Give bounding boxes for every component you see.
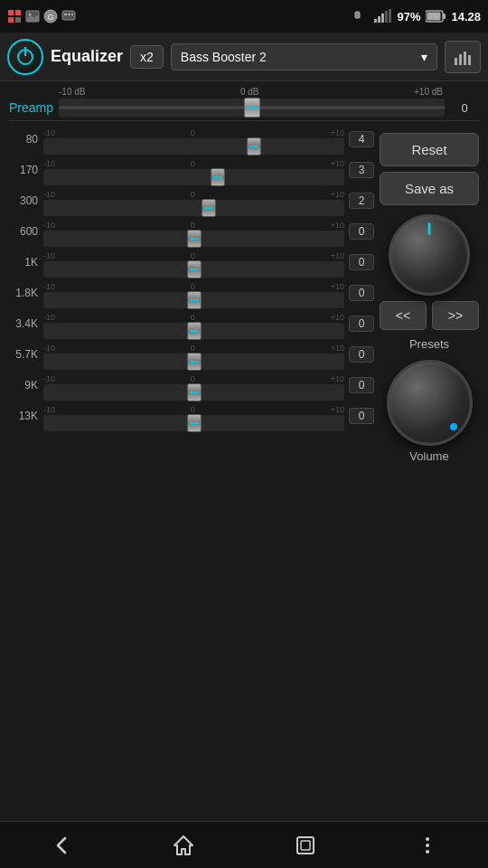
more-icon xyxy=(415,833,440,858)
band-slider-57k[interactable]: -100+10 xyxy=(43,339,344,370)
app-title: Equalizer xyxy=(51,47,123,66)
band-row-9k: 9K -100+10 0 xyxy=(9,370,374,401)
save-as-button[interactable]: Save as xyxy=(380,172,479,205)
preamp-markers: -10 dB 0 dB +10 dB xyxy=(9,87,479,99)
svg-text:G: G xyxy=(47,13,53,22)
svg-rect-17 xyxy=(389,9,391,23)
circle-app-icon: G xyxy=(43,9,58,24)
band-freq-170: 170 xyxy=(9,164,43,176)
preset-selector[interactable]: Bass Booster 2 ▾ xyxy=(171,43,437,71)
band-slider-13k[interactable]: -100+10 xyxy=(43,401,344,431)
band-thumb-300[interactable] xyxy=(202,199,216,217)
band-thumb-1k[interactable] xyxy=(187,260,202,278)
band-freq-18k: 1.8K xyxy=(9,287,43,299)
band-row-13k: 13K -100+10 0 xyxy=(9,401,374,431)
presets-knob-container xyxy=(380,214,479,296)
band-track-13k[interactable] xyxy=(43,415,344,431)
band-row-34k: 3.4K -100+10 0 xyxy=(9,308,374,339)
more-options-button[interactable] xyxy=(400,826,455,865)
preamp-value: 0 xyxy=(450,101,479,115)
band-track-300[interactable] xyxy=(43,200,344,216)
knob-indicator-icon xyxy=(428,222,431,235)
image-icon xyxy=(25,9,40,24)
band-value-80: 4 xyxy=(349,131,374,147)
svg-point-30 xyxy=(426,850,429,854)
menu-icon xyxy=(7,9,22,24)
band-freq-13k: 13K xyxy=(9,410,43,422)
svg-rect-16 xyxy=(385,11,388,23)
band-markers-34k: -100+10 xyxy=(43,313,344,322)
band-slider-34k[interactable]: -100+10 xyxy=(43,308,344,339)
band-track-34k[interactable] xyxy=(43,323,344,339)
band-row-170: 170 -100+10 3 xyxy=(9,155,374,185)
svg-rect-2 xyxy=(8,17,14,23)
x2-button[interactable]: x2 xyxy=(130,45,164,69)
status-right: 97% 14.28 xyxy=(353,9,481,24)
band-value-13k: 0 xyxy=(349,408,374,424)
app-header: Equalizer x2 Bass Booster 2 ▾ xyxy=(0,33,488,81)
back-button[interactable] xyxy=(34,826,89,865)
band-thumb-57k[interactable] xyxy=(187,353,202,371)
svg-rect-23 xyxy=(464,52,466,65)
back-icon xyxy=(49,833,74,858)
band-slider-300[interactable]: -100+10 xyxy=(43,185,344,216)
band-value-600: 0 xyxy=(349,223,374,240)
bottom-navigation xyxy=(0,821,488,868)
presets-knob[interactable] xyxy=(389,214,470,296)
band-slider-9k[interactable]: -100+10 xyxy=(43,370,344,401)
volume-knob-dot-icon xyxy=(450,423,457,430)
status-bar: G 97% 14.28 xyxy=(0,0,488,33)
band-track-80[interactable] xyxy=(43,138,344,155)
svg-point-29 xyxy=(426,844,429,847)
band-thumb-18k[interactable] xyxy=(187,291,202,309)
svg-marker-25 xyxy=(174,836,192,854)
chart-button[interactable] xyxy=(445,41,481,73)
next-preset-button[interactable]: >> xyxy=(432,301,479,330)
band-slider-600[interactable]: -100+10 xyxy=(43,216,344,247)
recents-button[interactable] xyxy=(278,826,333,865)
band-row-1k: 1K -100+10 0 xyxy=(9,247,374,278)
svg-rect-10 xyxy=(68,14,70,15)
volume-knob-container: Volume xyxy=(380,360,479,463)
band-markers-18k: -100+10 xyxy=(43,282,344,291)
svg-rect-22 xyxy=(459,54,462,65)
volume-label: Volume xyxy=(409,449,448,463)
divider-1 xyxy=(9,120,479,121)
svg-rect-14 xyxy=(378,16,380,23)
svg-rect-24 xyxy=(468,55,471,65)
band-thumb-34k[interactable] xyxy=(187,322,202,340)
band-track-600[interactable] xyxy=(43,231,344,247)
band-thumb-13k[interactable] xyxy=(187,414,202,432)
svg-rect-12 xyxy=(355,12,360,18)
band-slider-80[interactable]: -100+10 xyxy=(43,124,344,155)
bbm-icon xyxy=(61,9,76,24)
band-thumb-600[interactable] xyxy=(187,230,202,248)
status-icons: G xyxy=(7,9,76,24)
band-track-1k[interactable] xyxy=(43,261,344,278)
band-markers-1k: -100+10 xyxy=(43,251,344,260)
band-thumb-9k[interactable] xyxy=(187,383,202,401)
band-slider-18k[interactable]: -100+10 xyxy=(43,278,344,308)
svg-rect-21 xyxy=(455,58,457,65)
band-track-170[interactable] xyxy=(43,169,344,185)
presets-label: Presets xyxy=(380,337,479,351)
volume-knob[interactable] xyxy=(387,360,473,446)
band-thumb-170[interactable] xyxy=(211,168,225,186)
band-track-9k[interactable] xyxy=(43,384,344,401)
preset-nav: << >> xyxy=(380,301,479,330)
band-track-57k[interactable] xyxy=(43,354,344,370)
band-slider-170[interactable]: -100+10 xyxy=(43,155,344,185)
prev-preset-button[interactable]: << xyxy=(380,301,427,330)
svg-rect-9 xyxy=(64,14,67,15)
power-button[interactable] xyxy=(7,39,43,75)
preamp-slider[interactable] xyxy=(59,99,445,117)
preamp-thumb[interactable] xyxy=(244,98,260,118)
preamp-max-label: +10 dB xyxy=(414,87,443,97)
band-thumb-80[interactable] xyxy=(247,137,261,156)
band-track-18k[interactable] xyxy=(43,292,344,308)
reset-button[interactable]: Reset xyxy=(380,133,479,166)
band-slider-1k[interactable]: -100+10 xyxy=(43,247,344,278)
band-freq-9k: 9K xyxy=(9,379,43,392)
home-button[interactable] xyxy=(156,826,211,865)
svg-rect-3 xyxy=(15,17,21,23)
